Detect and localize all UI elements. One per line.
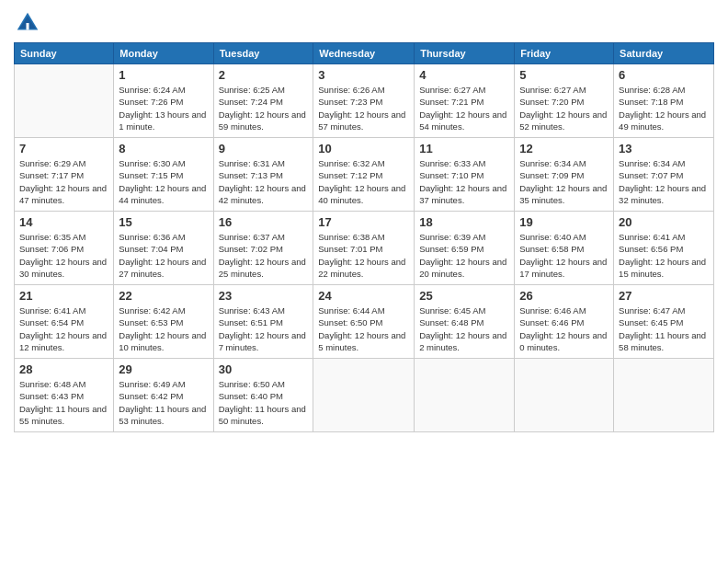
day-info: Sunrise: 6:29 AM Sunset: 7:17 PM Dayligh…	[19, 157, 108, 206]
day-number: 24	[318, 289, 409, 303]
calendar-cell: 3Sunrise: 6:26 AM Sunset: 7:23 PM Daylig…	[313, 64, 415, 138]
day-number: 19	[519, 215, 609, 229]
day-info: Sunrise: 6:41 AM Sunset: 6:56 PM Dayligh…	[619, 231, 709, 280]
day-number: 25	[419, 289, 509, 303]
day-info: Sunrise: 6:40 AM Sunset: 6:58 PM Dayligh…	[519, 231, 609, 280]
svg-rect-2	[27, 23, 29, 30]
day-info: Sunrise: 6:36 AM Sunset: 7:04 PM Dayligh…	[119, 231, 208, 280]
day-info: Sunrise: 6:48 AM Sunset: 6:43 PM Dayligh…	[19, 378, 108, 427]
calendar-cell	[313, 359, 415, 432]
calendar-week-row: 14Sunrise: 6:35 AM Sunset: 7:06 PM Dayli…	[15, 212, 714, 285]
day-info: Sunrise: 6:32 AM Sunset: 7:12 PM Dayligh…	[318, 157, 409, 206]
calendar-cell: 5Sunrise: 6:27 AM Sunset: 7:20 PM Daylig…	[515, 64, 614, 138]
day-number: 20	[619, 215, 709, 229]
calendar-cell: 9Sunrise: 6:31 AM Sunset: 7:13 PM Daylig…	[213, 138, 313, 212]
calendar-cell	[515, 359, 614, 432]
calendar-cell: 11Sunrise: 6:33 AM Sunset: 7:10 PM Dayli…	[415, 138, 515, 212]
calendar-cell: 22Sunrise: 6:42 AM Sunset: 6:53 PM Dayli…	[114, 285, 213, 359]
day-number: 8	[119, 142, 208, 155]
calendar-week-row: 1Sunrise: 6:24 AM Sunset: 7:26 PM Daylig…	[15, 64, 714, 138]
day-info: Sunrise: 6:44 AM Sunset: 6:50 PM Dayligh…	[318, 304, 409, 353]
day-number: 18	[419, 215, 509, 229]
day-number: 5	[519, 68, 609, 82]
calendar-cell: 13Sunrise: 6:34 AM Sunset: 7:07 PM Dayli…	[614, 138, 714, 212]
weekday-header: Wednesday	[313, 43, 415, 64]
day-number: 17	[318, 215, 409, 229]
day-number: 16	[219, 215, 309, 229]
calendar-cell: 29Sunrise: 6:49 AM Sunset: 6:42 PM Dayli…	[114, 359, 213, 432]
day-number: 14	[19, 215, 108, 229]
day-info: Sunrise: 6:28 AM Sunset: 7:18 PM Dayligh…	[619, 84, 709, 132]
day-info: Sunrise: 6:38 AM Sunset: 7:01 PM Dayligh…	[318, 231, 409, 280]
calendar-header-row: SundayMondayTuesdayWednesdayThursdayFrid…	[15, 43, 714, 64]
day-info: Sunrise: 6:42 AM Sunset: 6:53 PM Dayligh…	[119, 304, 208, 353]
day-number: 23	[219, 289, 309, 303]
day-info: Sunrise: 6:31 AM Sunset: 7:13 PM Dayligh…	[219, 157, 309, 206]
calendar-cell: 19Sunrise: 6:40 AM Sunset: 6:58 PM Dayli…	[515, 212, 614, 285]
weekday-header: Sunday	[15, 43, 114, 64]
calendar-cell: 4Sunrise: 6:27 AM Sunset: 7:21 PM Daylig…	[415, 64, 515, 138]
calendar-body: 1Sunrise: 6:24 AM Sunset: 7:26 PM Daylig…	[15, 64, 714, 432]
calendar-cell: 14Sunrise: 6:35 AM Sunset: 7:06 PM Dayli…	[15, 212, 114, 285]
header	[14, 9, 714, 37]
day-info: Sunrise: 6:34 AM Sunset: 7:07 PM Dayligh…	[619, 157, 709, 206]
day-info: Sunrise: 6:33 AM Sunset: 7:10 PM Dayligh…	[419, 157, 509, 206]
calendar-cell: 1Sunrise: 6:24 AM Sunset: 7:26 PM Daylig…	[114, 64, 213, 138]
calendar-cell: 28Sunrise: 6:48 AM Sunset: 6:43 PM Dayli…	[15, 359, 114, 432]
calendar-cell	[15, 64, 114, 138]
calendar-cell: 23Sunrise: 6:43 AM Sunset: 6:51 PM Dayli…	[213, 285, 313, 359]
page: SundayMondayTuesdayWednesdayThursdayFrid…	[0, 0, 728, 563]
weekday-header: Tuesday	[213, 43, 313, 64]
day-info: Sunrise: 6:27 AM Sunset: 7:20 PM Dayligh…	[519, 84, 609, 132]
calendar-cell: 24Sunrise: 6:44 AM Sunset: 6:50 PM Dayli…	[313, 285, 415, 359]
calendar-cell: 30Sunrise: 6:50 AM Sunset: 6:40 PM Dayli…	[213, 359, 313, 432]
day-info: Sunrise: 6:49 AM Sunset: 6:42 PM Dayligh…	[119, 378, 208, 427]
weekday-header: Friday	[515, 43, 614, 64]
calendar-cell: 12Sunrise: 6:34 AM Sunset: 7:09 PM Dayli…	[515, 138, 614, 212]
calendar-cell: 2Sunrise: 6:25 AM Sunset: 7:24 PM Daylig…	[213, 64, 313, 138]
day-info: Sunrise: 6:24 AM Sunset: 7:26 PM Dayligh…	[119, 84, 208, 132]
day-info: Sunrise: 6:47 AM Sunset: 6:45 PM Dayligh…	[619, 304, 709, 353]
calendar-cell: 25Sunrise: 6:45 AM Sunset: 6:48 PM Dayli…	[415, 285, 515, 359]
day-number: 10	[318, 142, 409, 155]
day-number: 27	[619, 289, 709, 303]
day-number: 12	[519, 142, 609, 155]
day-number: 28	[19, 362, 108, 376]
weekday-header: Saturday	[614, 43, 714, 64]
calendar-cell	[415, 359, 515, 432]
day-number: 30	[219, 362, 309, 376]
day-number: 9	[219, 142, 309, 155]
day-number: 26	[519, 289, 609, 303]
day-number: 22	[119, 289, 208, 303]
day-number: 1	[119, 68, 208, 82]
day-number: 6	[619, 68, 709, 82]
day-number: 2	[219, 68, 309, 82]
day-info: Sunrise: 6:45 AM Sunset: 6:48 PM Dayligh…	[419, 304, 509, 353]
calendar-week-row: 28Sunrise: 6:48 AM Sunset: 6:43 PM Dayli…	[15, 359, 714, 432]
day-info: Sunrise: 6:27 AM Sunset: 7:21 PM Dayligh…	[419, 84, 509, 132]
weekday-header: Monday	[114, 43, 213, 64]
calendar-cell: 15Sunrise: 6:36 AM Sunset: 7:04 PM Dayli…	[114, 212, 213, 285]
day-number: 13	[619, 142, 709, 155]
calendar-cell: 26Sunrise: 6:46 AM Sunset: 6:46 PM Dayli…	[515, 285, 614, 359]
logo-icon	[14, 9, 41, 37]
day-number: 3	[318, 68, 409, 82]
calendar-cell: 6Sunrise: 6:28 AM Sunset: 7:18 PM Daylig…	[614, 64, 714, 138]
calendar-cell: 17Sunrise: 6:38 AM Sunset: 7:01 PM Dayli…	[313, 212, 415, 285]
day-info: Sunrise: 6:46 AM Sunset: 6:46 PM Dayligh…	[519, 304, 609, 353]
calendar-cell: 27Sunrise: 6:47 AM Sunset: 6:45 PM Dayli…	[614, 285, 714, 359]
logo	[14, 9, 45, 37]
day-info: Sunrise: 6:26 AM Sunset: 7:23 PM Dayligh…	[318, 84, 409, 132]
calendar-cell: 16Sunrise: 6:37 AM Sunset: 7:02 PM Dayli…	[213, 212, 313, 285]
weekday-header: Thursday	[415, 43, 515, 64]
day-info: Sunrise: 6:25 AM Sunset: 7:24 PM Dayligh…	[219, 84, 309, 132]
day-number: 21	[19, 289, 108, 303]
day-info: Sunrise: 6:43 AM Sunset: 6:51 PM Dayligh…	[219, 304, 309, 353]
calendar-cell: 21Sunrise: 6:41 AM Sunset: 6:54 PM Dayli…	[15, 285, 114, 359]
calendar-cell: 10Sunrise: 6:32 AM Sunset: 7:12 PM Dayli…	[313, 138, 415, 212]
day-number: 7	[19, 142, 108, 155]
day-info: Sunrise: 6:35 AM Sunset: 7:06 PM Dayligh…	[19, 231, 108, 280]
day-number: 29	[119, 362, 208, 376]
day-number: 15	[119, 215, 208, 229]
calendar-week-row: 7Sunrise: 6:29 AM Sunset: 7:17 PM Daylig…	[15, 138, 714, 212]
